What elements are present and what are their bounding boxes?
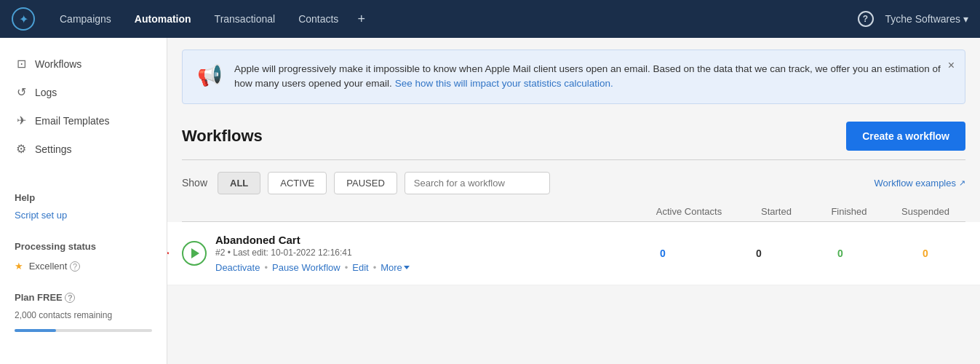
contacts-progress-fill <box>15 329 56 332</box>
workflow-meta: #2 • Last edit: 10-01-2022 12:16:41 <box>215 248 603 258</box>
chevron-down-icon: ▾ <box>963 13 968 25</box>
table-header: Active Contacts Started Finished Suspend… <box>167 203 980 221</box>
sep-3: • <box>373 262 377 273</box>
create-workflow-button[interactable]: Create a workflow <box>846 122 965 151</box>
logo-icon[interactable]: ✦ <box>12 7 35 31</box>
search-input[interactable] <box>405 172 550 194</box>
nav-right: ? Tyche Softwares ▾ <box>858 11 969 27</box>
processing-help-icon[interactable]: ? <box>70 261 80 272</box>
info-banner: 📢 Apple will progressively make it impos… <box>182 50 965 104</box>
filter-active-button[interactable]: ACTIVE <box>268 172 327 194</box>
workflow-examples-link[interactable]: Workflow examples ↗ <box>875 178 965 189</box>
help-section-label: Help <box>0 181 167 206</box>
edit-link[interactable]: Edit <box>352 262 368 273</box>
th-suspended: Suspended <box>885 206 965 217</box>
email-templates-icon: ✈ <box>15 114 28 127</box>
processing-status-label: Processing status <box>0 229 167 255</box>
nav-item-campaigns[interactable]: Campaigns <box>49 7 121 31</box>
sep-1: • <box>264 262 268 273</box>
filter-all-button[interactable]: ALL <box>218 172 260 194</box>
sep-2: • <box>345 262 348 273</box>
workflows-icon: ⊡ <box>15 57 28 71</box>
megaphone-icon: 📢 <box>197 63 223 87</box>
stat-finished: 0 <box>804 248 877 259</box>
play-icon <box>191 248 199 258</box>
processing-status-value: ★ Excellent ? <box>0 255 167 277</box>
table-row: Abandoned Cart #2 • Last edit: 10-01-202… <box>167 222 980 285</box>
top-nav: ✦ Campaigns Automation Transactional Con… <box>0 0 980 38</box>
stat-suspended: 0 <box>885 248 965 259</box>
workflow-actions: Deactivate • Pause Workflow • Edit • Mor… <box>215 262 603 273</box>
external-link-icon: ↗ <box>959 178 965 188</box>
pause-workflow-link[interactable]: Pause Workflow <box>272 262 340 273</box>
user-menu[interactable]: Tyche Softwares ▾ <box>885 13 969 25</box>
nav-item-automation[interactable]: Automation <box>124 7 202 31</box>
contacts-remaining: 2,000 contacts remaining <box>0 309 167 326</box>
nav-item-contacts[interactable]: Contacts <box>288 7 348 31</box>
play-button[interactable] <box>182 241 207 266</box>
logs-icon: ↺ <box>15 85 28 99</box>
stat-active-contacts: 0 <box>612 248 714 259</box>
plan-help-icon[interactable]: ? <box>65 293 75 303</box>
plan-label: Plan FREE ? <box>0 286 167 309</box>
filters-row: Show ALL ACTIVE PAUSED Workflow examples… <box>167 172 980 203</box>
stat-started: 0 <box>722 248 795 259</box>
workflows-header: Workflows Create a workflow <box>167 116 980 159</box>
layout: ⊡ Workflows ↺ Logs ✈ Email Templates ⚙ S… <box>0 38 980 364</box>
sidebar-item-logs[interactable]: ↺ Logs <box>0 78 167 106</box>
workflow-info: Abandoned Cart #2 • Last edit: 10-01-202… <box>215 234 603 273</box>
nav-items: Campaigns Automation Transactional Conta… <box>49 6 858 33</box>
deactivate-link[interactable]: Deactivate <box>215 262 260 273</box>
show-label: Show <box>182 177 207 189</box>
nav-item-transactional[interactable]: Transactional <box>204 7 286 31</box>
nav-plus-icon[interactable]: + <box>351 6 371 33</box>
th-active-contacts: Active Contacts <box>638 206 740 217</box>
sidebar-item-settings[interactable]: ⚙ Settings <box>0 135 167 163</box>
red-arrow-annotation <box>167 242 175 264</box>
more-label: More <box>381 262 402 273</box>
th-finished: Finished <box>813 206 885 217</box>
star-icon: ★ <box>15 261 23 272</box>
contacts-progress-bar <box>15 329 152 332</box>
settings-icon: ⚙ <box>15 142 28 156</box>
close-icon[interactable]: × <box>948 59 955 72</box>
page-title: Workflows <box>182 127 263 146</box>
script-setup-link[interactable]: Script set up <box>0 206 167 229</box>
help-icon[interactable]: ? <box>858 11 874 27</box>
sidebar-item-workflows[interactable]: ⊡ Workflows <box>0 50 167 78</box>
more-dropdown[interactable]: More <box>381 262 410 273</box>
workflow-name: Abandoned Cart <box>215 234 603 246</box>
filter-paused-button[interactable]: PAUSED <box>334 172 397 194</box>
main-content: 📢 Apple will progressively make it impos… <box>167 38 980 364</box>
sidebar-item-email-templates[interactable]: ✈ Email Templates <box>0 106 167 135</box>
th-started: Started <box>740 206 813 217</box>
banner-link[interactable]: See how this will impact your statistics… <box>395 78 613 89</box>
chevron-down-icon <box>404 266 410 269</box>
sidebar: ⊡ Workflows ↺ Logs ✈ Email Templates ⚙ S… <box>0 38 167 364</box>
header-divider <box>182 159 965 160</box>
banner-text: Apple will progressively make it impossi… <box>234 62 950 92</box>
